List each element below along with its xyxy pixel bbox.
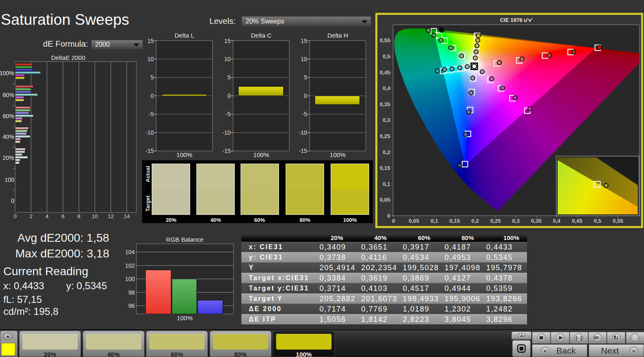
svg-text:10: 10 <box>301 56 307 62</box>
svg-text:100%: 100% <box>177 151 192 158</box>
svg-text:102: 102 <box>125 262 135 269</box>
svg-text:-15: -15 <box>222 148 231 154</box>
svg-text:100%: 100% <box>0 70 14 76</box>
svg-text:20%: 20% <box>2 155 14 161</box>
svg-text:0,2: 0,2 <box>471 218 479 224</box>
svg-text:0,25: 0,25 <box>490 218 501 224</box>
svg-text:0,1: 0,1 <box>383 181 390 187</box>
svg-text:4: 4 <box>45 213 48 219</box>
svg-text:CIE 1976 u'v': CIE 1976 u'v' <box>500 17 532 23</box>
svg-text:10: 10 <box>147 56 154 62</box>
svg-text:-15: -15 <box>145 148 154 154</box>
svg-text:104: 104 <box>125 249 135 255</box>
svg-text:0,35: 0,35 <box>531 218 541 224</box>
svg-text:0,55: 0,55 <box>380 37 390 43</box>
svg-text:Delta L: Delta L <box>174 32 194 39</box>
svg-text:8: 8 <box>77 213 80 219</box>
svg-text:100%: 100% <box>253 151 269 158</box>
svg-text:-5: -5 <box>149 111 154 117</box>
svg-text:0: 0 <box>392 218 395 224</box>
svg-text:0,3: 0,3 <box>383 117 390 123</box>
svg-text:0,15: 0,15 <box>380 165 390 171</box>
svg-text:-5: -5 <box>226 111 231 117</box>
svg-text:5: 5 <box>227 74 231 81</box>
svg-text:0: 0 <box>227 93 231 99</box>
svg-text:5: 5 <box>304 74 307 81</box>
svg-text:100: 100 <box>125 276 135 282</box>
svg-text:0: 0 <box>11 198 14 204</box>
svg-text:0,45: 0,45 <box>572 218 582 224</box>
svg-text:0,2: 0,2 <box>383 149 390 155</box>
svg-text:60%: 60% <box>2 113 14 119</box>
svg-text:0,25: 0,25 <box>380 133 390 139</box>
svg-text:Delta C: Delta C <box>251 32 272 39</box>
svg-text:6: 6 <box>62 213 64 219</box>
svg-text:15: 15 <box>224 38 231 44</box>
svg-text:-5: -5 <box>302 111 308 117</box>
svg-text:Delta H: Delta H <box>327 32 348 39</box>
svg-text:DeltaE 2000: DeltaE 2000 <box>51 54 86 61</box>
svg-text:-15: -15 <box>299 148 307 154</box>
svg-text:12: 12 <box>108 213 114 219</box>
svg-text:5: 5 <box>150 74 154 81</box>
svg-text:0,5: 0,5 <box>383 53 390 60</box>
svg-text:80%: 80% <box>2 92 14 98</box>
svg-text:0: 0 <box>150 93 154 99</box>
svg-text:0: 0 <box>304 93 307 99</box>
svg-text:0,45: 0,45 <box>380 69 390 76</box>
svg-text:RGB Balance: RGB Balance <box>166 236 204 243</box>
svg-text:0,5: 0,5 <box>594 218 601 224</box>
svg-text:0,4: 0,4 <box>383 85 391 91</box>
svg-text:14: 14 <box>124 213 129 219</box>
svg-text:0,55: 0,55 <box>613 218 623 224</box>
svg-text:100%: 100% <box>330 151 346 158</box>
svg-text:0,35: 0,35 <box>380 101 390 107</box>
svg-text:10: 10 <box>224 56 231 62</box>
svg-text:0,15: 0,15 <box>449 218 460 224</box>
svg-text:-10: -10 <box>222 129 231 136</box>
svg-text:10: 10 <box>92 213 98 219</box>
svg-text:15: 15 <box>147 38 154 44</box>
svg-text:15: 15 <box>301 38 307 44</box>
svg-text:-10: -10 <box>145 129 154 136</box>
svg-text:0,3: 0,3 <box>512 218 520 224</box>
svg-text:96: 96 <box>128 302 135 309</box>
svg-text:100: 100 <box>5 176 14 183</box>
svg-text:-10: -10 <box>299 129 307 136</box>
svg-text:98: 98 <box>128 289 135 296</box>
svg-text:0: 0 <box>387 213 390 219</box>
svg-text:0,05: 0,05 <box>409 218 419 224</box>
svg-text:0: 0 <box>14 213 17 219</box>
svg-text:0,05: 0,05 <box>380 197 390 203</box>
svg-text:0,4: 0,4 <box>553 218 561 224</box>
svg-text:0,1: 0,1 <box>431 218 438 224</box>
svg-text:2: 2 <box>29 213 32 219</box>
svg-text:100%: 100% <box>177 314 193 321</box>
svg-text:40%: 40% <box>2 133 14 140</box>
